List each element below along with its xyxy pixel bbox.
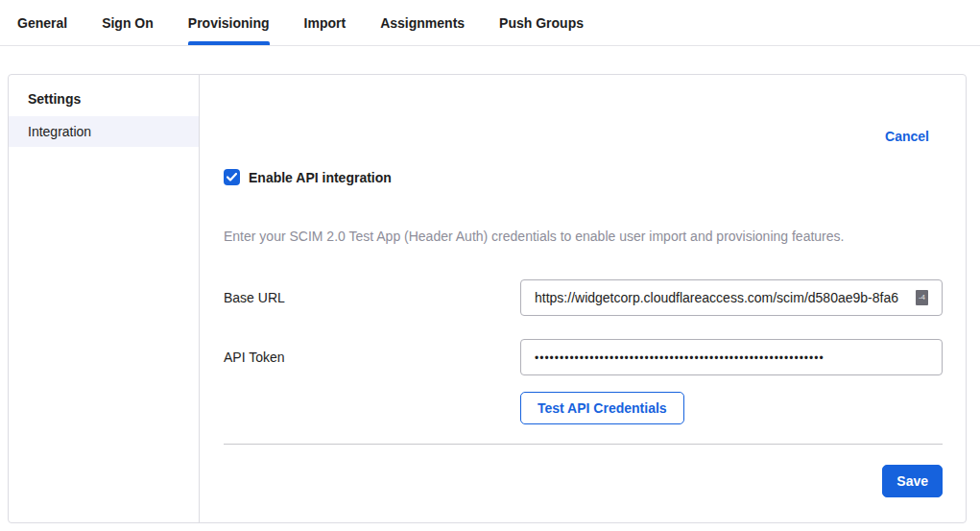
enable-api-label: Enable API integration (249, 170, 392, 185)
sidebar-heading: Settings (9, 84, 199, 116)
api-token-input[interactable] (520, 339, 943, 375)
base-url-row: Base URL -4 (224, 279, 943, 316)
base-url-input-wrap: -4 (520, 279, 943, 316)
api-token-input-wrap (520, 339, 943, 375)
api-token-label: API Token (224, 350, 520, 365)
base-url-input[interactable] (520, 279, 943, 316)
sidebar-item-integration[interactable]: Integration (9, 116, 199, 147)
test-credentials-row: Test API Credentials (224, 392, 943, 424)
text-cursor-block: -4 (916, 290, 928, 305)
api-token-row: API Token (224, 339, 943, 375)
integration-form: Cancel Enable API integration Enter your… (200, 75, 967, 522)
enable-api-checkbox[interactable] (224, 169, 240, 185)
app-tab-bar: General Sign On Provisioning Import Assi… (0, 0, 980, 46)
check-icon (227, 173, 237, 181)
provisioning-panel: Settings Integration Cancel Enable API i… (8, 74, 967, 523)
base-url-label: Base URL (224, 290, 520, 305)
tab-import[interactable]: Import (304, 0, 347, 45)
tab-provisioning[interactable]: Provisioning (188, 0, 270, 45)
footer-divider (224, 444, 943, 445)
credentials-description: Enter your SCIM 2.0 Test App (Header Aut… (224, 229, 943, 244)
save-button[interactable]: Save (882, 465, 943, 497)
enable-api-row: Enable API integration (224, 169, 943, 185)
tab-general[interactable]: General (17, 0, 67, 45)
settings-sidebar: Settings Integration (9, 75, 200, 522)
tab-assignments[interactable]: Assignments (380, 0, 465, 45)
tab-sign-on[interactable]: Sign On (102, 0, 154, 45)
cancel-button[interactable]: Cancel (885, 129, 929, 144)
test-api-credentials-button[interactable]: Test API Credentials (520, 392, 684, 424)
save-row: Save (224, 465, 943, 497)
tab-push-groups[interactable]: Push Groups (499, 0, 584, 45)
cancel-row: Cancel (224, 129, 943, 144)
